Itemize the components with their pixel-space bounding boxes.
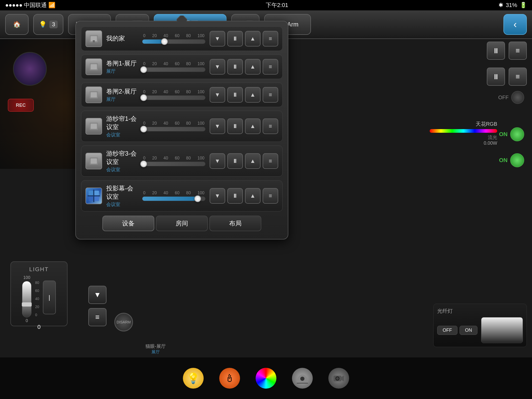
device-info-4: 游纱帘3-会议室 会议室 — [106, 149, 138, 173]
ctrl-buttons-2: ▼ ⏸ ▲ ≡ — [210, 87, 278, 103]
bulb-icon: 💡 — [39, 21, 47, 28]
slider-track-0[interactable] — [142, 39, 205, 44]
light-power-switch[interactable]: | — [43, 281, 56, 314]
device-thumb-0 — [85, 30, 102, 47]
down-btn-3[interactable]: ▼ — [210, 118, 225, 134]
cat-eye-area: 猫眼-展厅 展厅 — [145, 343, 166, 355]
bottom-icon-flame[interactable]: 🕯 — [219, 368, 240, 389]
slider-scale-4: 020406080100 — [142, 156, 205, 161]
svg-rect-14 — [91, 124, 97, 129]
slider-scale-5: 020406080100 — [142, 191, 205, 195]
slider-track-4[interactable] — [142, 162, 205, 166]
down-btn-4[interactable]: ▼ — [210, 153, 225, 169]
pause-btn-4[interactable]: ⏸ — [227, 153, 243, 169]
tab-fangjian[interactable]: 房间 — [156, 216, 208, 231]
slider-thumb-3[interactable] — [140, 126, 147, 132]
menu-btn-1[interactable]: ≡ — [263, 59, 278, 75]
up-btn-0[interactable]: ▲ — [245, 31, 261, 46]
svg-rect-23 — [88, 195, 100, 196]
up-btn-5[interactable]: ▲ — [245, 188, 261, 204]
bottom-icon-cam[interactable] — [328, 368, 349, 389]
up-btn-3[interactable]: ▲ — [245, 118, 261, 134]
slider-track-1[interactable] — [142, 67, 205, 72]
pause-control-btn[interactable]: ⏸ — [487, 42, 505, 60]
svg-marker-5 — [341, 376, 344, 381]
device-info-1: 卷闸1-展厅 展厅 — [106, 59, 138, 74]
bottom-icon-bulb[interactable]: 💡 — [183, 368, 204, 389]
lights-button[interactable]: 💡 3 — [33, 14, 63, 35]
svg-rect-16 — [91, 158, 97, 164]
pause-btn-3[interactable]: ⏸ — [227, 118, 243, 134]
menu-btn-2[interactable]: ≡ — [263, 87, 278, 103]
slider-thumb-5[interactable] — [194, 195, 201, 202]
device-name-5: 投影幕-会议室 — [106, 184, 138, 201]
down-btn-5[interactable]: ▼ — [210, 188, 225, 204]
home-button[interactable]: 🏠 — [5, 14, 29, 35]
bottom-icon-color[interactable] — [256, 368, 276, 389]
menu-btn-5[interactable]: ≡ — [263, 188, 278, 204]
disarm-label: DISARM — [117, 320, 131, 324]
down-btn-1[interactable]: ▼ — [210, 59, 225, 75]
menu-btn-3[interactable]: ≡ — [263, 118, 278, 134]
device-thumb-4 — [85, 153, 102, 169]
device-thumb-2 — [85, 87, 102, 103]
pause-btn-2[interactable]: ⏸ — [227, 87, 243, 103]
svg-rect-21 — [94, 196, 99, 201]
slider-area-0: 020406080100 — [142, 34, 205, 44]
device-room-5: 会议室 — [106, 201, 138, 208]
device-thumb-1 — [85, 58, 102, 75]
slider-track-2[interactable] — [142, 95, 205, 100]
tab-buju[interactable]: 布局 — [209, 216, 261, 231]
slider-track-3[interactable] — [142, 127, 205, 131]
menu-btn-4[interactable]: ≡ — [263, 153, 278, 169]
top-right-controls: ⏸ ≡ — [487, 42, 527, 60]
slider-thumb-1[interactable] — [140, 66, 147, 73]
up-btn-2[interactable]: ▲ — [245, 87, 261, 103]
device-name-0: 我的家 — [106, 34, 138, 43]
on-indicator-2: ON — [499, 153, 524, 167]
rec-badge: REC — [8, 99, 34, 112]
up-btn-4[interactable]: ▲ — [245, 153, 261, 169]
menu-control-btn2[interactable]: ≡ — [509, 68, 527, 86]
down-btn-0[interactable]: ▼ — [210, 31, 225, 46]
menu-control-btn[interactable]: ≡ — [509, 42, 527, 60]
tab-shebei[interactable]: 设备 — [102, 216, 154, 231]
fiber-on-btn[interactable]: ON — [460, 326, 477, 335]
slider-scale-0: 020406080100 — [142, 34, 205, 38]
fiber-light-panel: 光纤灯 OFF ON — [433, 304, 527, 347]
svg-rect-10 — [91, 64, 97, 69]
watt-label: 0.00W — [430, 141, 497, 146]
down-mid-btn[interactable]: ▼ — [88, 286, 107, 304]
slider-track-5[interactable] — [142, 196, 205, 201]
slider-thumb-2[interactable] — [140, 94, 147, 101]
mid-controls: ▼ ≡ — [88, 286, 107, 326]
pause-control-btn2[interactable]: ⏸ — [487, 68, 505, 86]
rgb-panel: 天花RGB 流光 0.00W — [426, 117, 501, 150]
menu-btn-0[interactable]: ≡ — [263, 31, 278, 46]
device-info-3: 游纱帘1-会议室 会议室 — [106, 115, 138, 138]
menu-mid-btn[interactable]: ≡ — [88, 308, 107, 326]
light-slider-thumb[interactable] — [22, 302, 32, 307]
device-info-2: 卷闸2-展厅 展厅 — [106, 87, 138, 102]
device-row-juanmen1: 卷闸1-展厅 展厅 020406080100 ▼ ⏸ ▲ ≡ — [81, 55, 283, 79]
ctrl-buttons-3: ▼ ⏸ ▲ ≡ — [210, 118, 278, 134]
status-right: ✱ 31% 🔋 — [498, 2, 527, 9]
slider-thumb-0[interactable] — [161, 38, 168, 45]
color-bar — [430, 129, 497, 133]
down-btn-2[interactable]: ▼ — [210, 87, 225, 103]
slider-thumb-4[interactable] — [140, 161, 147, 167]
device-row-juanmen2: 卷闸2-展厅 展厅 020406080100 ▼ ⏸ ▲ ≡ — [81, 83, 283, 107]
pause-btn-1[interactable]: ⏸ — [227, 59, 243, 75]
status-bar: ●●●●● 中国联通 📶 下午2:01 ✱ 31% 🔋 — [0, 0, 532, 10]
pause-btn-0[interactable]: ⏸ — [227, 31, 243, 46]
up-btn-1[interactable]: ▲ — [245, 59, 261, 75]
fiber-off-btn[interactable]: OFF — [437, 326, 457, 335]
disarm-circle[interactable]: DISARM — [114, 313, 133, 331]
fiber-slider[interactable] — [481, 317, 523, 343]
on-circle-1 — [510, 127, 524, 141]
pause-btn-5[interactable]: ⏸ — [227, 188, 243, 204]
ctrl-buttons-0: ▼ ⏸ ▲ ≡ — [210, 31, 278, 46]
bottom-icon-dome[interactable] — [292, 368, 313, 389]
device-row-toupingmu: 投影幕-会议室 会议室 020406080100 ▼ ⏸ ▲ ≡ — [81, 180, 283, 211]
back-button[interactable]: ‹ — [503, 14, 527, 35]
